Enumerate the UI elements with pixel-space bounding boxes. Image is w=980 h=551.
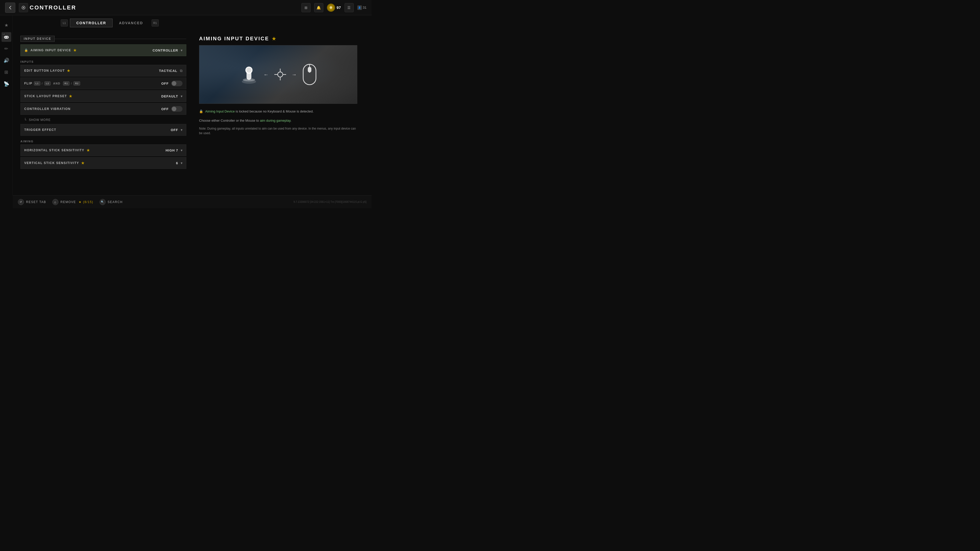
aim-gameplay-link[interactable]: aim during gameplay bbox=[260, 119, 290, 122]
search-icon: 🔍 bbox=[100, 199, 106, 205]
sidebar-item-star[interactable]: ★ bbox=[2, 21, 11, 30]
lock-small-icon: 🔒 bbox=[199, 110, 203, 113]
back-button[interactable] bbox=[5, 3, 15, 13]
horizontal-sensitivity-name: HORIZONTAL STICK SENSITIVITY ★ bbox=[24, 148, 131, 152]
version-text: 9.7.13200072 [34:222:1561+11] Tm [7000][… bbox=[293, 200, 366, 203]
vert-star-icon: ★ bbox=[81, 161, 85, 165]
show-more-row[interactable]: └ SHOW MORE bbox=[21, 116, 186, 124]
svg-rect-21 bbox=[308, 67, 311, 73]
flip-toggle[interactable] bbox=[171, 81, 183, 86]
settings-ring-icon bbox=[19, 3, 28, 12]
svg-rect-4 bbox=[5, 37, 6, 38]
tab-advanced[interactable]: ADVANCED bbox=[113, 19, 149, 27]
tabs-area: L1 CONTROLLER ADVANCED R1 bbox=[13, 15, 372, 30]
description-area: 🔒 Aiming Input Device is locked because … bbox=[199, 109, 357, 135]
sidebar: ★ L2 ✏ 🔊 ⊞ 📡 bbox=[0, 15, 13, 195]
l2-badge: L2 bbox=[2, 33, 6, 35]
preview-star-icon: ★ bbox=[272, 36, 277, 41]
search-button[interactable]: 🔍 SEARCH bbox=[100, 199, 123, 205]
vibration-toggle[interactable] bbox=[171, 106, 183, 112]
search-label: SEARCH bbox=[108, 200, 123, 204]
menu-icon-btn[interactable]: ☰ bbox=[345, 3, 354, 12]
controller-vibration-name: CONTROLLER VIBRATION bbox=[24, 107, 131, 111]
tab-controller[interactable]: CONTROLLER bbox=[70, 19, 113, 27]
points-icon: 👤 bbox=[357, 5, 362, 10]
tab-prev-button[interactable]: L1 bbox=[61, 19, 68, 27]
vertical-sensitivity-value-area: 6 ▾ bbox=[131, 161, 183, 165]
sidebar-item-pen[interactable]: ✏ bbox=[2, 44, 11, 54]
flip-slash1: / bbox=[42, 82, 43, 85]
points-value: 31 bbox=[363, 6, 366, 10]
horizontal-sensitivity-value: HIGH 7 bbox=[165, 148, 178, 152]
tab-next-button[interactable]: R1 bbox=[151, 19, 159, 27]
show-more-label: SHOW MORE bbox=[29, 118, 51, 122]
controller-vibration-row[interactable]: CONTROLLER VIBRATION OFF bbox=[21, 103, 186, 115]
grid-icon-btn[interactable]: ⊞ bbox=[301, 3, 310, 12]
bell-icon-btn[interactable]: 🔔 bbox=[314, 3, 323, 12]
stick-layout-chevron: ▾ bbox=[181, 94, 183, 98]
player-score: 97 bbox=[337, 5, 341, 10]
reset-tab-label: RESET TAB bbox=[26, 200, 46, 204]
aiming-section-label: AIMING bbox=[21, 137, 186, 144]
external-link-icon: ⧉ bbox=[180, 68, 183, 73]
aiming-input-device-value: CONTROLLER bbox=[153, 48, 178, 52]
locked-text: Aiming Input Device is locked because no… bbox=[205, 109, 313, 114]
remove-count: ★ (8/15) bbox=[79, 200, 94, 204]
preview-image: ← → bbox=[199, 45, 357, 104]
edit-button-layout-row[interactable]: EDIT BUTTON LAYOUT ★ TACTICAL ⧉ bbox=[21, 65, 186, 76]
horizontal-sensitivity-row[interactable]: HORIZONTAL STICK SENSITIVITY ★ HIGH 7 ▾ bbox=[21, 144, 186, 156]
header-right: ⊞ 🔔 ⚙ 97 ☰ 👤 31 bbox=[301, 3, 366, 12]
edit-button-layout-value: TACTICAL bbox=[159, 69, 177, 73]
choose-text: Choose either Controller or the Mouse to… bbox=[199, 118, 357, 124]
preview-title: AIMING INPUT DEVICE ★ bbox=[199, 36, 364, 41]
svg-point-6 bbox=[7, 37, 8, 38]
flip-l1-badge: L1 bbox=[34, 81, 40, 86]
horiz-star-icon: ★ bbox=[86, 148, 90, 152]
aiming-input-device-name: 🔒 AIMING INPUT DEVICE ★ bbox=[24, 48, 131, 52]
settings-panel: INPUT DEVICE 🔒 AIMING INPUT DEVICE ★ CON… bbox=[13, 30, 191, 195]
sidebar-item-broadcast[interactable]: 📡 bbox=[2, 79, 11, 89]
edit-star-icon: ★ bbox=[67, 68, 71, 73]
sidebar-item-controller[interactable]: L2 bbox=[2, 32, 11, 42]
page-title: CONTROLLER bbox=[30, 4, 76, 11]
vertical-sensitivity-value: 6 bbox=[176, 161, 178, 165]
stick-layout-preset-row[interactable]: STICK LAYOUT PRESET ★ DEFAULT ▾ bbox=[21, 90, 186, 102]
svg-point-1 bbox=[23, 7, 24, 8]
input-device-section-header: INPUT DEVICE bbox=[21, 36, 186, 42]
sidebar-item-audio[interactable]: 🔊 bbox=[2, 56, 11, 65]
horizontal-sensitivity-value-area: HIGH 7 ▾ bbox=[131, 148, 183, 152]
show-more-icon: └ bbox=[24, 118, 27, 122]
remove-button[interactable]: △ REMOVE ★ (8/15) bbox=[52, 199, 94, 205]
flip-l2-badge: L2 bbox=[45, 81, 51, 86]
avatar: ⚙ bbox=[327, 3, 335, 12]
inputs-section-label: INPUTS bbox=[21, 57, 186, 65]
aiming-input-device-value-area: CONTROLLER ▾ bbox=[131, 48, 183, 52]
locked-warning: 🔒 Aiming Input Device is locked because … bbox=[199, 109, 357, 114]
controller-vibration-value: OFF bbox=[161, 107, 169, 111]
trigger-effect-name: TRIGGER EFFECT bbox=[24, 128, 131, 132]
flip-r2-badge: R2 bbox=[73, 81, 80, 86]
ring-svg bbox=[21, 5, 26, 10]
sidebar-item-grid[interactable]: ⊞ bbox=[2, 67, 11, 77]
vertical-sensitivity-name: VERTICAL STICK SENSITIVITY ★ bbox=[24, 161, 131, 165]
horiz-chevron: ▾ bbox=[181, 148, 183, 152]
crosshair-svg bbox=[274, 68, 286, 81]
arrow-right-icon: → bbox=[292, 72, 297, 78]
trigger-effect-row[interactable]: TRIGGER EFFECT OFF ▾ bbox=[21, 124, 186, 136]
mouse-svg bbox=[302, 63, 317, 86]
lock-icon: 🔒 bbox=[24, 48, 29, 52]
stick-layout-value: DEFAULT bbox=[161, 94, 178, 98]
edit-button-layout-name: EDIT BUTTON LAYOUT ★ bbox=[24, 68, 131, 73]
reset-tab-button[interactable]: ↺ RESET TAB bbox=[18, 199, 46, 205]
back-icon bbox=[8, 5, 13, 10]
main-content: INPUT DEVICE 🔒 AIMING INPUT DEVICE ★ CON… bbox=[13, 30, 372, 195]
svg-point-7 bbox=[6, 37, 7, 38]
controller-vibration-value-area: OFF bbox=[131, 106, 183, 112]
aiming-chevron-icon: ▾ bbox=[181, 48, 183, 52]
trigger-effect-value: OFF bbox=[171, 128, 178, 132]
aiming-input-device-row[interactable]: 🔒 AIMING INPUT DEVICE ★ CONTROLLER ▾ bbox=[21, 44, 186, 56]
vertical-sensitivity-row[interactable]: VERTICAL STICK SENSITIVITY ★ 6 ▾ bbox=[21, 157, 186, 169]
flip-row[interactable]: FLIP L1 / L2 AND R1 / R2 OFF bbox=[21, 78, 186, 89]
trigger-effect-value-area: OFF ▾ bbox=[131, 128, 183, 132]
svg-point-13 bbox=[246, 68, 251, 73]
